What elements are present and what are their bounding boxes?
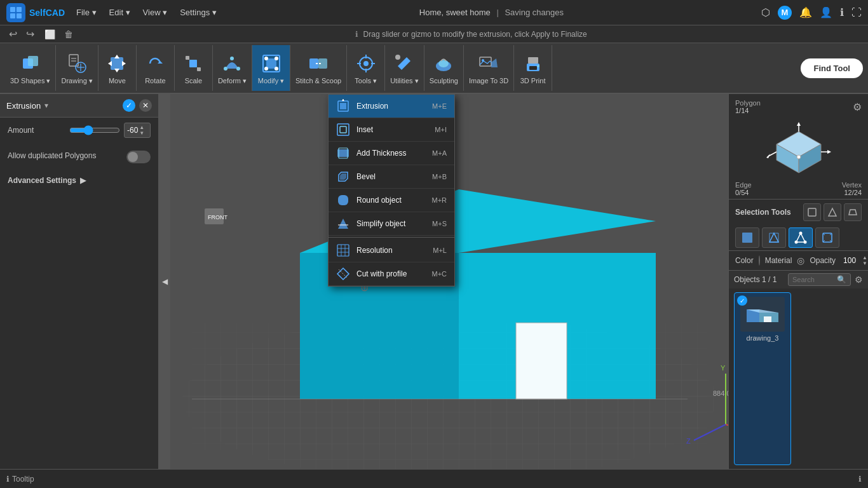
toolbar-rotate[interactable]: Rotate: [137, 45, 175, 91]
dropdown-simplify-object[interactable]: Simplify object M+S: [329, 212, 454, 236]
fullscreen-icon[interactable]: ⛶: [851, 7, 862, 18]
undo-button[interactable]: ↩: [6, 27, 20, 41]
m-icon[interactable]: M: [778, 6, 792, 20]
opacity-value: 100: [843, 256, 856, 265]
toolbar-scale[interactable]: Scale: [175, 45, 213, 91]
material-icon[interactable]: ◎: [797, 255, 804, 266]
info-icon[interactable]: ℹ: [840, 6, 844, 18]
rotate-icon: [143, 51, 167, 76]
allow-duplicated-label: Allow duplicated Polygons: [8, 151, 96, 161]
toolbar-3d-shapes[interactable]: 3D Shapes ▾: [5, 45, 56, 91]
sel-icon-3[interactable]: [844, 203, 862, 221]
collapse-panel-button[interactable]: ◀: [159, 94, 170, 469]
svg-point-25: [230, 57, 234, 60]
svg-rect-54: [516, 323, 567, 399]
modify-label: Modify ▾: [258, 77, 284, 85]
right-icons: ⬡ M 🔔 👤 ℹ ⛶: [761, 6, 862, 20]
svg-point-28: [264, 57, 268, 60]
svg-rect-0: [10, 7, 15, 12]
toolbar-utilities[interactable]: Utilities ▾: [385, 45, 424, 91]
inset-icon: [336, 123, 350, 137]
toolbar-image-to-3d[interactable]: Image To 3D: [464, 45, 514, 91]
amount-down[interactable]: ▼: [139, 130, 144, 136]
status-info-icon[interactable]: ℹ: [858, 475, 862, 484]
sel-icon-2[interactable]: [824, 203, 841, 221]
objects-settings-icon[interactable]: ⚙: [855, 274, 863, 285]
toolbar-drawing[interactable]: Drawing ▾: [56, 45, 98, 91]
toolbar-sculpting[interactable]: Sculpting: [424, 45, 464, 91]
dropdown-cut-with-profile[interactable]: Cut with profile M+C: [329, 262, 454, 286]
dropdown-add-thickness[interactable]: Add Thickness M+A: [329, 142, 454, 165]
object-card-drawing3[interactable]: ✓ drawing_3: [734, 292, 791, 465]
viewport[interactable]: 884.00 FRONT ⌂ ⊕ Y X Z: [170, 94, 728, 469]
menu-items: File ▾ Edit ▾ View ▾ Settings ▾: [71, 5, 222, 20]
color-material-row: Color Material ◎ Opacity 100 ▲ ▼: [729, 251, 868, 270]
panel-close-button[interactable]: ✕: [139, 99, 152, 112]
toolbar-3d-print[interactable]: 3D Print: [514, 45, 552, 91]
dropdown-bevel[interactable]: Bevel M+B: [329, 165, 454, 189]
menu-file[interactable]: File ▾: [71, 5, 102, 20]
user-icon[interactable]: 👤: [820, 6, 832, 18]
toolbar-tools[interactable]: Tools ▾: [347, 45, 385, 91]
dropdown-resolution[interactable]: Resolution M+L: [329, 239, 454, 262]
dropdown-separator: [329, 237, 454, 238]
toolbar-deform[interactable]: Deform ▾: [213, 45, 252, 91]
dropdown-extrusion[interactable]: Extrusion M+E: [329, 95, 454, 118]
color-dot[interactable]: [759, 255, 760, 266]
toolbar-stitch-scoop[interactable]: Stitch & Scoop: [290, 45, 347, 91]
selection-tools-header: Selection Tools: [729, 200, 868, 225]
object-card-label: drawing_3: [747, 334, 779, 342]
advanced-settings[interactable]: Advanced Settings ▶: [0, 171, 158, 190]
3d-print-icon: [521, 51, 545, 76]
sel-mode-vertex[interactable]: [789, 227, 813, 248]
dropdown-round-object[interactable]: Round object M+R: [329, 189, 454, 212]
redo-button[interactable]: ↪: [24, 27, 37, 41]
extrusion-shortcut: M+E: [432, 102, 447, 110]
allow-duplicated-toggle[interactable]: [126, 151, 151, 163]
svg-rect-80: [337, 245, 349, 256]
sel-mode-face[interactable]: [735, 227, 759, 248]
panel-confirm-button[interactable]: ✓: [123, 99, 135, 112]
search-box[interactable]: 🔍: [788, 273, 851, 286]
edge-label: Edge: [735, 181, 752, 189]
opacity-down-icon[interactable]: ▼: [862, 261, 867, 266]
logo[interactable]: SelfCAD: [6, 3, 65, 22]
opacity-up-icon[interactable]: ▲: [862, 255, 867, 261]
find-tool-button[interactable]: Find Tool: [801, 58, 863, 78]
tooltip-button[interactable]: ℹ Tooltip: [6, 475, 34, 484]
rp-selection-section: Selection Tools: [729, 200, 868, 251]
sel-icon-1[interactable]: [803, 203, 821, 221]
delete-button[interactable]: 🗑: [62, 28, 76, 41]
cut-with-profile-label: Cut with profile: [356, 269, 425, 278]
simplify-object-shortcut: M+S: [432, 220, 447, 227]
svg-marker-102: [770, 233, 778, 242]
amount-slider[interactable]: [69, 125, 120, 135]
opacity-stepper[interactable]: ▲ ▼: [862, 255, 867, 266]
svg-rect-5: [28, 56, 38, 66]
bell-icon[interactable]: 🔔: [799, 6, 812, 18]
svg-rect-115: [764, 316, 771, 322]
menu-edit[interactable]: Edit ▾: [104, 5, 135, 20]
dropdown-inset[interactable]: Inset M+I: [329, 118, 454, 142]
svg-rect-2: [10, 13, 15, 18]
menu-settings[interactable]: Settings ▾: [175, 5, 222, 20]
svg-point-104: [799, 232, 803, 235]
vertex-info: Vertex 12/24: [842, 181, 862, 196]
svg-marker-78: [338, 219, 348, 229]
svg-point-23: [224, 67, 227, 71]
svg-rect-1: [17, 7, 22, 12]
menu-view[interactable]: View ▾: [138, 5, 173, 20]
rp-gear-icon[interactable]: ⚙: [853, 101, 862, 113]
sel-mode-edge[interactable]: [762, 227, 786, 248]
selection-tools-icons: [803, 203, 862, 221]
sel-mode-object[interactable]: [815, 227, 839, 248]
toolbar-modify[interactable]: Modify ▾: [252, 45, 290, 91]
copy-button[interactable]: ⬜: [42, 28, 58, 41]
toolbar-move[interactable]: Move: [98, 45, 137, 91]
search-input[interactable]: [792, 276, 837, 283]
amount-up[interactable]: ▲: [139, 125, 144, 130]
panel-dropdown-icon[interactable]: ▾: [44, 101, 48, 110]
share-icon[interactable]: ⬡: [761, 6, 770, 18]
stitch-scoop-icon: [306, 51, 330, 76]
svg-point-40: [395, 55, 400, 60]
